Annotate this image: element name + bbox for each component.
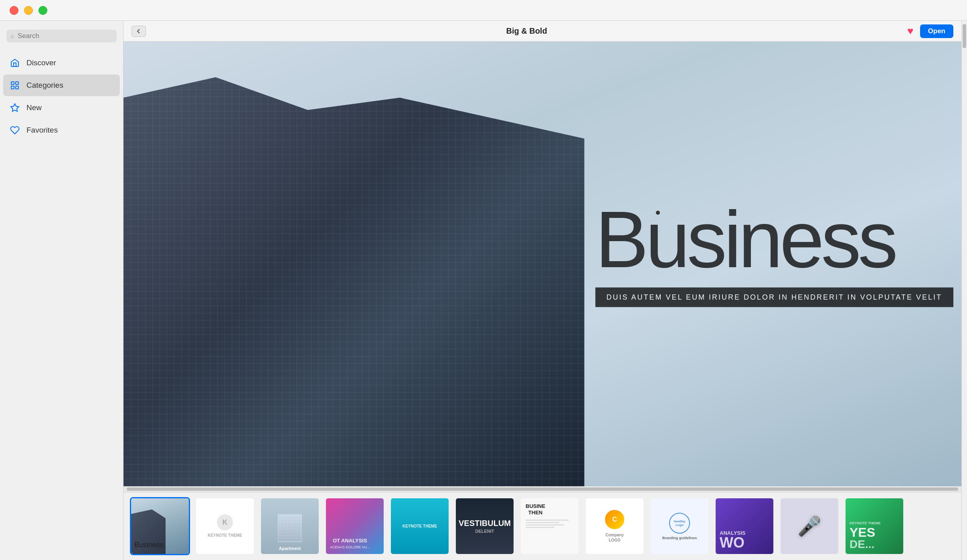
- search-input[interactable]: [18, 32, 113, 40]
- sidebar-item-discover[interactable]: Discover: [3, 52, 120, 74]
- sidebar-label-new: New: [26, 103, 42, 112]
- thumb-label-healthy: Branding guidelines: [662, 536, 697, 540]
- vertical-scrollbar-thumb: [963, 24, 966, 48]
- preview-subtitle-bar: DUIS AUTEM VEL EUM IRIURE DOLOR IN HENDR…: [595, 288, 953, 307]
- thumbnail-apartment[interactable]: Apartment: [260, 497, 320, 555]
- thumbnail-company-logo[interactable]: C CompanyLOGO: [585, 497, 645, 555]
- thumbnail-cyan[interactable]: KEYNOTE THEME: [390, 497, 450, 555]
- thumb-label-pink: OT ANALYSISACENAS DOLORE AU...: [330, 538, 370, 550]
- preview-image: Business DUIS AUTEM VEL EUM IRIURE DOLOR…: [123, 42, 961, 486]
- main-toolbar: Big & Bold ♥ Open: [123, 21, 961, 42]
- svg-rect-1: [16, 82, 18, 85]
- thumbnails-strip: Business K KEYNOTE THEME Apartment: [123, 492, 961, 560]
- thumbnail-white-speaker[interactable]: 🎤: [779, 497, 840, 555]
- categories-icon: [10, 80, 20, 91]
- thumb-label-analysis-purple: WO: [720, 536, 744, 550]
- minimize-button[interactable]: [24, 6, 33, 15]
- svg-rect-3: [16, 86, 18, 89]
- close-button[interactable]: [10, 6, 18, 15]
- home-icon: [10, 58, 20, 68]
- toolbar-actions: ♥ Open: [907, 24, 953, 38]
- thumb-label-vestibulum: VESTIBULUM: [459, 519, 511, 527]
- thumb-label-company-logo: CompanyLOGO: [605, 532, 624, 543]
- thumbnail-vestibulum[interactable]: VESTIBULUM DELENIT: [455, 497, 515, 555]
- sidebar-label-categories: Categories: [26, 81, 63, 90]
- sidebar-label-discover: Discover: [26, 58, 56, 67]
- thumb-label-apartment: Apartment: [279, 546, 301, 551]
- sidebar-item-favorites[interactable]: Favorites: [3, 119, 120, 141]
- svg-rect-2: [11, 86, 14, 89]
- thumbnail-keynote-white[interactable]: K KEYNOTE THEME: [195, 497, 255, 555]
- thumbnail-business2[interactable]: BUSINETHEN: [520, 497, 580, 555]
- thumb-label-yes: YES: [850, 526, 875, 539]
- titlebar: [0, 0, 967, 21]
- favorites-icon: [10, 125, 20, 135]
- thumbnail-pink[interactable]: OT ANALYSISACENAS DOLORE AU...: [325, 497, 385, 555]
- preview-subtitle-text: DUIS AUTEM VEL EUM IRIURE DOLOR IN HENDR…: [607, 293, 942, 302]
- vertical-scrollbar[interactable]: [961, 21, 967, 560]
- search-wrapper[interactable]: ⌕: [6, 30, 117, 42]
- svg-marker-4: [11, 104, 19, 111]
- thumb-label-white-speaker: 🎤: [797, 515, 821, 538]
- back-button[interactable]: [131, 26, 146, 37]
- building-grid: [123, 77, 585, 486]
- preview-dot: [656, 211, 660, 215]
- horizontal-scrollbar[interactable]: [123, 486, 961, 492]
- sidebar: ⌕ Discover: [0, 21, 123, 560]
- scrollbar-thumb: [127, 487, 958, 491]
- thumbnail-business[interactable]: Business: [130, 497, 190, 555]
- nav-items: Discover Categories: [0, 49, 123, 144]
- svg-rect-0: [11, 82, 14, 85]
- thumb-label-keynote-white: KEYNOTE THEME: [204, 533, 245, 538]
- search-container: ⌕: [0, 26, 123, 49]
- thumbnail-analysis-purple[interactable]: ANALYSIS WO: [714, 497, 775, 555]
- main-content: Big & Bold ♥ Open Business DUIS AUTEM VE…: [123, 21, 961, 560]
- open-button[interactable]: Open: [920, 24, 953, 38]
- toolbar-title: Big & Bold: [152, 26, 901, 36]
- thumbnail-healthy[interactable]: Healthy Logo Branding guidelines: [649, 497, 710, 555]
- sidebar-item-new[interactable]: New: [3, 97, 120, 119]
- maximize-button[interactable]: [38, 6, 47, 15]
- preview-area: Business DUIS AUTEM VEL EUM IRIURE DOLOR…: [123, 42, 961, 486]
- thumbnail-yes[interactable]: KEYNOTE THEME YES DE...: [844, 497, 904, 555]
- preview-text-overlay: Business DUIS AUTEM VEL EUM IRIURE DOLOR…: [595, 199, 961, 307]
- thumb-label-business: Business: [134, 541, 164, 549]
- sidebar-label-favorites: Favorites: [26, 126, 58, 135]
- preview-main-text: Business: [595, 199, 953, 280]
- app-container: ⌕ Discover: [0, 21, 967, 560]
- sidebar-item-categories[interactable]: Categories: [3, 75, 120, 96]
- thumb-label-business2: BUSINETHEN: [526, 503, 545, 516]
- traffic-lights: [10, 6, 47, 15]
- favorite-button[interactable]: ♥: [907, 25, 913, 37]
- search-icon: ⌕: [10, 32, 14, 40]
- new-icon: [10, 103, 20, 113]
- thumb-label-cyan: KEYNOTE THEME: [399, 520, 441, 533]
